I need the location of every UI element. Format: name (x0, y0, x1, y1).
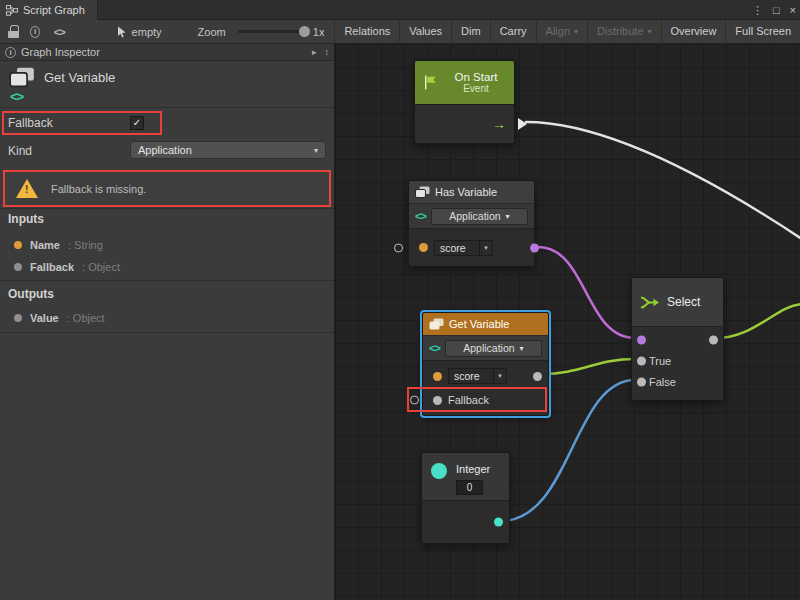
node-title: Get Variable (449, 318, 509, 330)
tab-title: Script Graph (23, 4, 85, 16)
on-start-header: On Start Event (415, 61, 514, 104)
divider (0, 208, 334, 209)
inspector-header: i Graph Inspector ▸ ↕ (0, 44, 334, 61)
close-icon[interactable]: × (790, 4, 796, 16)
wire-select-out[interactable] (716, 304, 800, 338)
get-variable-scope-row: <> Application ▾ (423, 335, 548, 360)
get-variable-body: score ▾ Fallback (423, 360, 548, 415)
node-title: Select (667, 295, 700, 309)
code-icon: <> (10, 89, 23, 104)
variable-name-value: score (435, 242, 479, 254)
false-input-port[interactable] (637, 377, 646, 386)
wire-getvariable-to-select-true[interactable] (542, 359, 635, 374)
bool-output-port[interactable] (530, 243, 539, 252)
variable-name-field[interactable]: score ▾ (434, 240, 493, 256)
integer-body (422, 500, 509, 543)
carry-button[interactable]: Carry (490, 20, 536, 44)
node-on-start[interactable]: On Start Event → (414, 60, 515, 144)
node-integer[interactable]: Integer 0 (421, 452, 510, 544)
selection-output-port[interactable] (709, 335, 718, 344)
object-port-icon (14, 263, 22, 271)
wire-hasvariable-to-select[interactable] (538, 247, 635, 338)
node-title: Integer (456, 463, 490, 475)
wire-onstart-out[interactable] (526, 122, 800, 239)
string-port[interactable] (419, 243, 428, 252)
scope-dropdown[interactable]: Application ▾ (445, 340, 542, 357)
port-type: : String (68, 239, 103, 251)
graph-canvas[interactable]: On Start Event → Has Variable <> Applica… (335, 44, 800, 600)
values-button[interactable]: Values (399, 20, 451, 44)
on-start-body: → (415, 104, 514, 143)
scroll-icon[interactable]: ↕ (325, 47, 330, 57)
node-title: On Start (455, 71, 498, 83)
distribute-button[interactable]: Distribute ▾ (587, 20, 660, 44)
kind-dropdown[interactable]: Application ▾ (130, 141, 326, 159)
fullscreen-button[interactable]: Full Screen (725, 20, 800, 44)
inspector-title: Graph Inspector (21, 46, 100, 58)
select-condition-row (632, 329, 723, 350)
port-name: Value (30, 312, 59, 324)
info-icon[interactable]: i (30, 26, 40, 38)
dock-icon[interactable]: ▸ (312, 47, 317, 57)
scope-value: Application (463, 342, 514, 354)
variable-name-value: score (449, 370, 493, 382)
dim-button[interactable]: Dim (451, 20, 490, 44)
has-variable-body: score ▾ (409, 228, 534, 266)
node-get-variable[interactable]: Get Variable <> Application ▾ score ▾ Fa… (422, 312, 549, 416)
node-title: Has Variable (435, 186, 497, 198)
zoom-slider[interactable] (238, 30, 307, 33)
node-has-variable[interactable]: Has Variable <> Application ▾ score ▾ (408, 180, 535, 267)
input-row-name: Name : String (14, 237, 103, 253)
window-titlebar: Script Graph ⋮ □ × (0, 0, 800, 20)
warning-icon: ! (16, 179, 38, 198)
graph-toolbar: i <> empty Zoom 1x Relations Values Dim … (0, 20, 800, 44)
wires-layer (335, 44, 800, 600)
port-name: Name (30, 239, 60, 251)
object-port-icon (14, 314, 22, 322)
integer-value-input[interactable]: 0 (456, 480, 483, 495)
selection-status: empty (132, 26, 162, 38)
zoom-knob[interactable] (299, 26, 310, 37)
divider (0, 280, 334, 281)
port-type: : Object (82, 261, 120, 273)
integer-output-port[interactable] (494, 518, 503, 527)
port-name: Fallback (30, 261, 74, 273)
chevron-down-icon: ▾ (520, 344, 524, 353)
info-icon: i (5, 47, 16, 58)
maximize-icon[interactable]: □ (773, 4, 780, 16)
true-input-port[interactable] (637, 356, 646, 365)
variable-name-field[interactable]: score ▾ (448, 368, 507, 384)
lock-icon[interactable] (8, 25, 16, 38)
fallback-setting-row: Fallback ✓ (0, 110, 334, 136)
get-variable-header: Get Variable (423, 313, 548, 335)
selected-node-summary: Get Variable <> (0, 61, 334, 108)
align-label: Align (546, 20, 570, 43)
warning-box: ! Fallback is missing. (3, 170, 331, 207)
input-row-fallback: Fallback : Object (14, 259, 120, 275)
tab-script-graph[interactable]: Script Graph (0, 0, 98, 20)
select-merge-icon (640, 295, 660, 310)
code-icon[interactable]: <> (54, 26, 65, 38)
flag-icon (422, 74, 439, 91)
inputs-section-header: Inputs (8, 212, 44, 226)
annotation-highlight (2, 111, 162, 135)
value-input-port[interactable] (394, 243, 403, 252)
flow-output-port[interactable] (518, 118, 527, 130)
window-menu-icon[interactable]: ⋮ (752, 4, 763, 17)
select-false-row: False (632, 371, 723, 392)
value-output-port[interactable] (533, 372, 542, 381)
selected-node-title: Get Variable (44, 70, 115, 85)
script-graph-icon (6, 5, 18, 16)
variables-icon (429, 318, 444, 331)
string-port[interactable] (433, 372, 442, 381)
overview-button[interactable]: Overview (661, 20, 726, 44)
scope-dropdown[interactable]: Application ▾ (431, 208, 528, 225)
condition-input-port[interactable] (637, 335, 646, 344)
graph-inspector-panel: i Graph Inspector ▸ ↕ Get Variable <> Fa… (0, 44, 335, 600)
node-select[interactable]: Select True False (631, 277, 724, 401)
port-type: : Object (67, 312, 105, 324)
select-header: Select (632, 278, 723, 326)
relations-button[interactable]: Relations (334, 20, 399, 44)
align-button[interactable]: Align ▾ (536, 20, 587, 44)
window-controls: ⋮ □ × (752, 0, 796, 20)
